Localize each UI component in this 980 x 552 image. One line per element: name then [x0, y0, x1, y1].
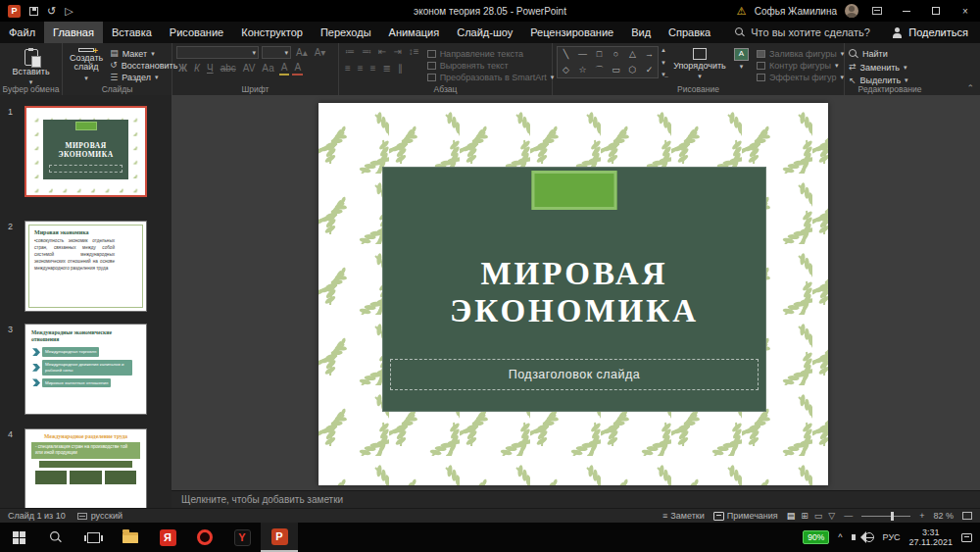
- slideshow-view-icon[interactable]: ▽: [828, 511, 835, 521]
- tab-view[interactable]: Вид: [622, 22, 660, 43]
- slide-4-preview[interactable]: Международное разделение труда - специал…: [24, 428, 147, 508]
- highlight-color-icon[interactable]: А: [279, 62, 290, 75]
- layout-button[interactable]: ▤Макет▾: [110, 48, 177, 59]
- paste-button[interactable]: Вставить▾: [4, 46, 58, 88]
- close-button[interactable]: ×: [955, 0, 976, 22]
- thumbnail-slide-3[interactable]: 3 Международные экономические отношения …: [24, 324, 147, 415]
- line-spacing-icon[interactable]: ↕≡: [407, 46, 421, 58]
- decrease-font-icon[interactable]: А▾: [313, 47, 328, 59]
- comments-toggle[interactable]: Примечания: [713, 511, 778, 521]
- slide-canvas[interactable]: МИРОВАЯ ЭКОНОМИКА Подзаголовок слайда: [318, 103, 828, 485]
- thumbnail-slide-1[interactable]: 1 МИРОВАЯ ЭКОНОМИКА: [24, 106, 147, 197]
- shapes-gallery[interactable]: ╲—□○△→ ◇☆⌒▭⬡✓: [557, 46, 659, 78]
- zoom-out-icon[interactable]: —: [844, 511, 853, 521]
- tab-insert[interactable]: Вставка: [103, 22, 161, 43]
- title-slide-panel[interactable]: МИРОВАЯ ЭКОНОМИКА Подзаголовок слайда: [382, 167, 766, 412]
- battery-badge[interactable]: 90%: [803, 530, 829, 544]
- bold-button[interactable]: Ж: [176, 63, 189, 75]
- user-name[interactable]: Софья Жамилина: [755, 6, 837, 17]
- slide-sorter-view-icon[interactable]: ⊞: [801, 511, 808, 521]
- undo-icon[interactable]: ↺: [47, 6, 56, 17]
- hidden-icons-chevron[interactable]: ^: [838, 532, 842, 542]
- save-icon[interactable]: [29, 7, 38, 16]
- action-center-icon[interactable]: [961, 533, 972, 542]
- taskbar-search-button[interactable]: [37, 523, 74, 552]
- change-case-button[interactable]: Аа: [260, 63, 275, 75]
- increase-indent-icon[interactable]: ⇥: [391, 46, 403, 58]
- warning-icon[interactable]: ⚠: [737, 5, 747, 18]
- start-button[interactable]: [0, 523, 37, 552]
- maximize-button[interactable]: [925, 0, 947, 22]
- thumbnail-slide-4[interactable]: 4 Международное разделение труда - специ…: [24, 428, 147, 508]
- zoom-slider[interactable]: [861, 516, 910, 517]
- tab-slideshow[interactable]: Слайд-шоу: [448, 22, 521, 43]
- italic-button[interactable]: К: [192, 63, 202, 75]
- tab-home[interactable]: Главная: [44, 22, 103, 43]
- justify-icon[interactable]: ≣: [381, 63, 393, 75]
- notes-toggle[interactable]: ≡Заметки: [662, 511, 705, 521]
- tab-animations[interactable]: Анимация: [380, 22, 449, 43]
- slide-title-text[interactable]: МИРОВАЯ ЭКОНОМИКА: [382, 255, 766, 329]
- section-button[interactable]: ☰Раздел▾: [110, 73, 177, 83]
- align-right-icon[interactable]: ≡: [368, 63, 378, 75]
- arrange-button[interactable]: Упорядочить▾: [673, 46, 726, 83]
- new-slide-button[interactable]: Создать слайд▾: [67, 46, 106, 83]
- shape-effects-button[interactable]: Эффекты фигур▾: [757, 73, 844, 83]
- slide-1-preview[interactable]: МИРОВАЯ ЭКОНОМИКА: [24, 106, 147, 197]
- increase-font-icon[interactable]: А▴: [294, 47, 310, 59]
- font-name-combo[interactable]: ▾: [176, 46, 259, 59]
- numbering-icon[interactable]: ≕: [360, 46, 373, 58]
- yandex-browser-button[interactable]: Я: [149, 523, 186, 552]
- minimize-button[interactable]: [896, 0, 917, 22]
- shapes-gallery-scroll[interactable]: ▲▼▼̲: [659, 46, 668, 78]
- zoom-in-icon[interactable]: +: [919, 511, 924, 521]
- text-direction-button[interactable]: Направление текста: [427, 48, 555, 59]
- slide-counter[interactable]: Слайд 1 из 10: [8, 511, 66, 521]
- thumbnail-slide-2[interactable]: 2 Мировая экономика •совокупность эконом…: [24, 221, 147, 312]
- tab-design[interactable]: Конструктор: [232, 22, 312, 43]
- tab-review[interactable]: Рецензирование: [521, 22, 622, 43]
- tab-transitions[interactable]: Переходы: [312, 22, 380, 43]
- opera-button[interactable]: [186, 523, 223, 552]
- tab-help[interactable]: Справка: [660, 22, 719, 43]
- reading-view-icon[interactable]: ▭: [814, 511, 823, 521]
- network-icon[interactable]: [864, 532, 874, 542]
- clock[interactable]: 3:31 27.11.2021: [909, 527, 953, 547]
- powerpoint-taskbar-button[interactable]: P: [261, 523, 298, 552]
- quick-styles-button[interactable]: А ▾: [731, 46, 752, 83]
- start-slideshow-icon[interactable]: ▷: [65, 6, 73, 17]
- share-button[interactable]: Поделиться: [880, 22, 980, 43]
- notes-pane[interactable]: Щелкните, чтобы добавить заметки: [172, 490, 980, 508]
- green-rectangle-shape[interactable]: [532, 171, 617, 210]
- align-left-icon[interactable]: ≡: [343, 63, 353, 75]
- tab-draw[interactable]: Рисование: [161, 22, 232, 43]
- file-explorer-button[interactable]: [112, 523, 149, 552]
- shape-fill-button[interactable]: Заливка фигуры▾: [757, 48, 844, 59]
- tell-me-search[interactable]: Что вы хотите сделать?: [735, 22, 870, 43]
- zoom-level[interactable]: 82 %: [933, 511, 954, 521]
- find-button[interactable]: Найти: [849, 48, 931, 61]
- input-language[interactable]: РУС: [883, 532, 901, 542]
- zoom-slider-thumb[interactable]: [891, 512, 894, 521]
- font-size-combo[interactable]: ▾: [262, 46, 291, 59]
- language-indicator[interactable]: русский: [77, 511, 122, 521]
- ribbon-display-options-icon[interactable]: [866, 0, 888, 22]
- smartart-button[interactable]: Преобразовать в SmartArt▾: [427, 73, 555, 83]
- volume-icon[interactable]: [852, 534, 856, 540]
- replace-button[interactable]: ⇄Заменить▾: [849, 62, 931, 75]
- shape-outline-button[interactable]: Контур фигуры▾: [757, 60, 844, 71]
- yandex-app-button[interactable]: Y: [223, 523, 261, 552]
- columns-icon[interactable]: ∥: [396, 63, 405, 75]
- character-spacing-icon[interactable]: AV: [241, 63, 258, 75]
- font-color-icon[interactable]: А: [292, 62, 303, 75]
- fit-to-window-icon[interactable]: [962, 512, 972, 520]
- slide-2-preview[interactable]: Мировая экономика •совокупность экономик…: [24, 221, 147, 312]
- avatar[interactable]: [845, 4, 858, 18]
- strikethrough-button[interactable]: abc: [219, 63, 238, 75]
- collapse-ribbon-icon[interactable]: ⌃: [966, 83, 974, 93]
- subtitle-placeholder[interactable]: Подзаголовок слайда: [390, 359, 759, 390]
- bullets-icon[interactable]: ≔: [343, 46, 357, 58]
- slide-3-preview[interactable]: Международные экономические отношения Ме…: [24, 324, 147, 415]
- tab-file[interactable]: Файл: [0, 22, 44, 43]
- align-text-button[interactable]: Выровнять текст: [427, 60, 555, 71]
